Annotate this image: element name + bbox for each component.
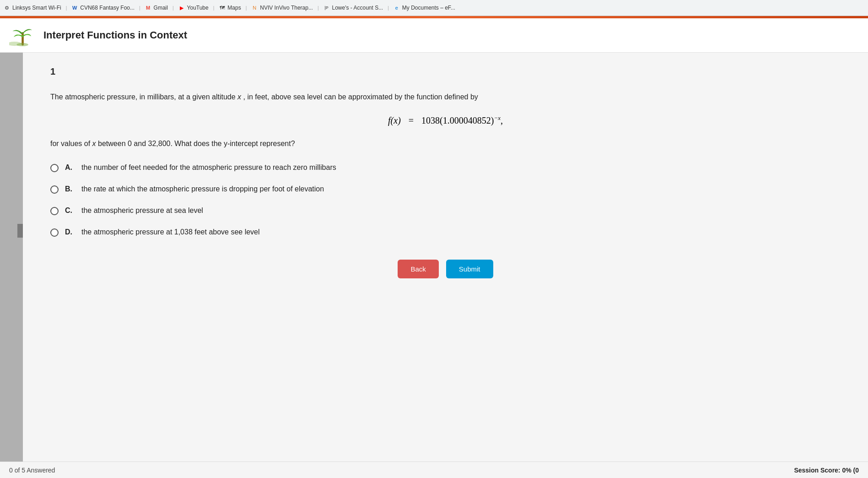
tab-divider-6: | <box>318 5 319 11</box>
continuation-text: for values of x between 0 and 32,800. Wh… <box>50 137 554 150</box>
tab-lowes[interactable]: |P Lowe's - Account S... <box>323 5 383 11</box>
sidebar-mark <box>17 224 23 238</box>
tab-maps-label: Maps <box>227 5 241 11</box>
label-d: D. <box>65 228 75 236</box>
sidebar <box>0 53 23 478</box>
tab-divider-4: | <box>213 5 215 11</box>
radio-b[interactable] <box>50 185 59 194</box>
question-intro: The atmospheric pressure, in millibars, … <box>50 91 554 103</box>
gmail-icon: M <box>145 5 151 11</box>
tab-linksys[interactable]: ⚙ Linksys Smart Wi-Fi <box>4 5 61 11</box>
submit-button[interactable]: Submit <box>446 260 493 278</box>
tab-youtube-label: YouTube <box>187 5 209 11</box>
formula-rhs: 1038(1.000040852)−x, <box>421 115 503 125</box>
nviv-icon: N <box>251 5 258 11</box>
choice-c[interactable]: C. the atmospheric pressure at sea level <box>50 206 462 215</box>
formula-exp: −x <box>494 114 501 121</box>
cont-text-1: for values of <box>50 140 90 147</box>
svg-point-2 <box>16 43 28 46</box>
main-container: 1 The atmospheric pressure, in millibars… <box>0 53 868 478</box>
bottom-bar: 0 of 5 Answered Session Score: 0% (0 <box>0 462 868 478</box>
answer-choices: A. the number of feet needed for the atm… <box>50 163 462 237</box>
formula-lhs: f(x) <box>388 115 403 125</box>
cont-text-2: between 0 and 32,800. What does the y-in… <box>98 140 295 147</box>
answered-count: 0 of 5 Answered <box>9 467 55 474</box>
linksys-icon: ⚙ <box>4 5 10 11</box>
page-header: Interpret Functions in Context <box>0 18 868 53</box>
tab-nviv[interactable]: N NVIV InVivo Therap... <box>251 5 313 11</box>
tab-nviv-label: NVIV InVivo Therap... <box>260 5 313 11</box>
label-b: B. <box>65 185 75 193</box>
tab-linksys-label: Linksys Smart Wi-Fi <box>12 5 61 11</box>
cont-var: x <box>92 140 96 147</box>
formula-comma: , <box>501 115 503 125</box>
choice-b[interactable]: B. the rate at which the atmospheric pre… <box>50 185 462 194</box>
lowes-icon: |P <box>323 5 330 11</box>
text-c: the atmospheric pressure at sea level <box>81 206 203 215</box>
text-a: the number of feet needed for the atmosp… <box>81 163 336 172</box>
formula-lhs-text: f(x) <box>388 115 401 125</box>
tab-cvn68[interactable]: W CVN68 Fantasy Foo... <box>71 5 135 11</box>
logo-icon <box>9 24 37 47</box>
back-button[interactable]: Back <box>398 260 438 278</box>
tab-maps[interactable]: 🗺 Maps <box>219 5 241 11</box>
radio-d[interactable] <box>50 228 59 237</box>
tab-divider-2: | <box>139 5 140 11</box>
label-c: C. <box>65 206 75 215</box>
question-number: 1 <box>50 66 841 77</box>
page-title: Interpret Functions in Context <box>43 29 187 41</box>
tab-divider-3: | <box>173 5 174 11</box>
tab-mydoc-label: My Documents – eF... <box>402 5 455 11</box>
formula-eq: = <box>409 115 414 125</box>
radio-c[interactable] <box>50 207 59 215</box>
question-intro-text: The atmospheric pressure, in millibars, … <box>50 93 236 101</box>
youtube-icon: ▶ <box>178 5 185 11</box>
tab-youtube[interactable]: ▶ YouTube <box>178 5 209 11</box>
choice-a[interactable]: A. the number of feet needed for the atm… <box>50 163 462 172</box>
formula-block: f(x) = 1038(1.000040852)−x, <box>50 114 841 126</box>
choice-d[interactable]: D. the atmospheric pressure at 1,038 fee… <box>50 228 462 237</box>
formula-rhs-text: 1038(1.000040852) <box>421 115 494 125</box>
session-score: Session Score: 0% (0 <box>794 467 859 474</box>
content-area: 1 The atmospheric pressure, in millibars… <box>23 53 868 478</box>
tab-divider-5: | <box>246 5 247 11</box>
text-b: the rate at which the atmospheric pressu… <box>81 185 324 193</box>
tab-divider-1: | <box>66 5 67 11</box>
browser-tab-bar: ⚙ Linksys Smart Wi-Fi | W CVN68 Fantasy … <box>0 0 868 16</box>
question-intro2-text: , in feet, above sea level can be approx… <box>243 93 478 101</box>
label-a: A. <box>65 163 75 172</box>
tab-mydoc[interactable]: e My Documents – eF... <box>394 5 455 11</box>
tab-lowes-label: Lowe's - Account S... <box>332 5 383 11</box>
tab-divider-7: | <box>388 5 389 11</box>
radio-a[interactable] <box>50 164 59 172</box>
maps-icon: 🗺 <box>219 5 225 11</box>
tab-gmail-label: Gmail <box>154 5 168 11</box>
text-d: the atmospheric pressure at 1,038 feet a… <box>81 228 260 236</box>
tab-cvn68-label: CVN68 Fantasy Foo... <box>80 5 135 11</box>
var-x-1: x <box>237 93 241 101</box>
buttons-area: Back Submit <box>50 260 841 278</box>
tab-gmail[interactable]: M Gmail <box>145 5 168 11</box>
edge-icon: e <box>394 5 400 11</box>
word-icon: W <box>71 5 78 11</box>
